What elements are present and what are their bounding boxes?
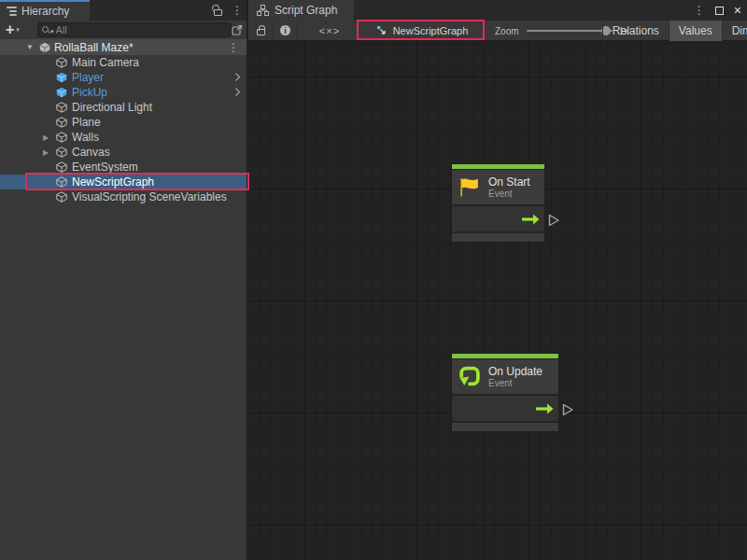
hierarchy-item-label: Plane xyxy=(72,116,101,129)
node-title: On Update xyxy=(488,365,543,378)
hierarchy-tabbar: Hierarchy ⋮ xyxy=(0,0,247,21)
expand-triangle-icon[interactable]: ▶ xyxy=(43,133,56,142)
scene-menu-icon[interactable]: ⋮ xyxy=(228,42,239,53)
hierarchy-item-eventsystem[interactable]: EventSystem xyxy=(0,160,247,175)
node-title: On Start xyxy=(488,175,530,189)
zoom-slider[interactable] xyxy=(527,30,613,32)
prefab-chevron-icon[interactable] xyxy=(234,87,241,100)
start-flag-icon xyxy=(458,175,481,199)
hierarchy-menu-icon[interactable]: ⋮ xyxy=(232,5,243,16)
graph-breadcrumb-button[interactable]: NewScriptGraph xyxy=(360,21,484,40)
prefab-cube-icon xyxy=(56,72,69,83)
hierarchy-item-main-camera[interactable]: Main Camera xyxy=(0,55,247,70)
gameobject-cube-icon xyxy=(56,176,69,188)
unity-scene-icon xyxy=(39,42,50,53)
hierarchy-item-canvas[interactable]: ▶Canvas xyxy=(0,145,247,160)
hierarchy-toolbar: + ▾ ▾ xyxy=(0,21,247,39)
hierarchy-list-icon xyxy=(7,5,17,18)
node-footer xyxy=(452,421,558,431)
hierarchy-item-player[interactable]: Player xyxy=(0,70,247,85)
gameobject-cube-icon xyxy=(56,191,69,203)
tab-script-graph[interactable]: Script Graph xyxy=(248,0,354,21)
gameobject-cube-icon xyxy=(56,132,69,143)
search-icon xyxy=(42,26,49,34)
graph-canvas[interactable]: On Start Event xyxy=(248,41,747,560)
gameobject-cube-icon xyxy=(56,57,69,68)
node-footer xyxy=(452,231,544,242)
graph-lock-button[interactable] xyxy=(248,21,274,41)
hierarchy-tab-label: Hierarchy xyxy=(21,5,69,18)
node-on-start[interactable]: On Start Event xyxy=(451,163,545,243)
flow-arrow-icon xyxy=(536,403,554,414)
hierarchy-item-directional-light[interactable]: Directional Light xyxy=(0,100,247,115)
zoom-label: Zoom xyxy=(495,26,519,36)
hierarchy-item-pickup[interactable]: PickUp xyxy=(0,85,247,100)
dim-button[interactable]: Dim xyxy=(722,21,747,41)
window-menu-icon[interactable]: ⋮ xyxy=(694,5,705,16)
hierarchy-item-label: PickUp xyxy=(72,86,107,99)
code-brackets-icon: <×> xyxy=(319,25,340,36)
maximize-icon[interactable] xyxy=(715,7,724,15)
update-loop-icon xyxy=(458,365,481,388)
hierarchy-list: Main CameraPlayerPickUpDirectional Light… xyxy=(0,55,247,204)
script-graph-asset-icon xyxy=(376,25,388,36)
scene-expanded-triangle-icon[interactable]: ▼ xyxy=(26,43,34,51)
values-button[interactable]: Values xyxy=(669,21,722,41)
output-port-icon[interactable] xyxy=(548,214,560,227)
lock-icon xyxy=(257,29,265,35)
hierarchy-item-label: Directional Light xyxy=(72,101,152,114)
unlocked-padlock-icon[interactable] xyxy=(214,9,222,16)
node-on-update[interactable]: On Update Event xyxy=(451,353,559,432)
gameobject-cube-icon xyxy=(56,147,69,158)
search-input[interactable] xyxy=(56,23,227,36)
hierarchy-item-walls[interactable]: ▶Walls xyxy=(0,130,247,145)
search-filter-caret-icon: ▾ xyxy=(50,28,54,35)
tab-hierarchy[interactable]: Hierarchy xyxy=(0,0,90,21)
graph-breadcrumb-label: NewScriptGraph xyxy=(393,25,469,36)
hierarchy-item-label: Player xyxy=(72,71,104,84)
hierarchy-item-label: Main Camera xyxy=(72,56,139,69)
expand-triangle-icon[interactable]: ▶ xyxy=(43,148,56,157)
node-subtitle: Event xyxy=(488,189,530,200)
open-in-window-icon xyxy=(232,24,243,35)
hierarchy-item-label: Walls xyxy=(72,131,99,144)
relations-button[interactable]: Relations xyxy=(602,21,669,41)
output-port-icon[interactable] xyxy=(562,403,574,416)
node-subtitle: Event xyxy=(488,378,543,389)
add-gameobject-button[interactable]: + ▾ xyxy=(0,22,23,37)
script-graph-toolbar: i <×> NewScriptGraph Zoom 1x xyxy=(248,21,747,41)
hierarchy-item-label: NewScriptGraph xyxy=(72,175,154,189)
gameobject-cube-icon xyxy=(56,102,69,113)
graph-info-button[interactable]: i xyxy=(274,21,298,41)
hierarchy-search-box[interactable]: ▾ xyxy=(37,22,232,37)
hierarchy-panel: Hierarchy ⋮ + ▾ ▾ xyxy=(0,0,247,560)
hierarchy-item-plane[interactable]: Plane xyxy=(0,115,247,130)
hierarchy-item-visualscripting-scenevariables[interactable]: VisualScripting SceneVariables xyxy=(0,189,247,204)
graph-network-icon xyxy=(257,5,269,16)
script-graph-tab-label: Script Graph xyxy=(275,4,337,17)
prefab-cube-icon xyxy=(56,87,69,98)
hierarchy-item-label: Canvas xyxy=(72,146,110,159)
gameobject-cube-icon xyxy=(56,161,69,173)
hierarchy-item-newscriptgraph[interactable]: NewScriptGraph xyxy=(0,175,247,189)
gameobject-cube-icon xyxy=(56,117,69,128)
hierarchy-item-label: EventSystem xyxy=(72,161,138,174)
open-in-search-button[interactable] xyxy=(231,22,244,37)
unity-editor-window: Hierarchy ⋮ + ▾ ▾ xyxy=(0,0,747,560)
close-icon[interactable]: × xyxy=(734,4,741,17)
dropdown-caret-icon: ▾ xyxy=(16,26,20,34)
flow-arrow-icon xyxy=(522,214,540,225)
scene-name: RollaBall Maze* xyxy=(54,41,134,54)
script-graph-panel: Script Graph ⋮ × i <×> xyxy=(248,0,747,560)
hierarchy-item-label: VisualScripting SceneVariables xyxy=(72,190,227,203)
script-graph-tabbar: Script Graph ⋮ × xyxy=(248,0,747,21)
prefab-chevron-icon[interactable] xyxy=(234,72,241,85)
graph-variables-button[interactable]: <×> xyxy=(298,21,361,41)
info-icon: i xyxy=(280,25,290,35)
scene-header-row[interactable]: ▼ RollaBall Maze* ⋮ xyxy=(0,39,247,55)
